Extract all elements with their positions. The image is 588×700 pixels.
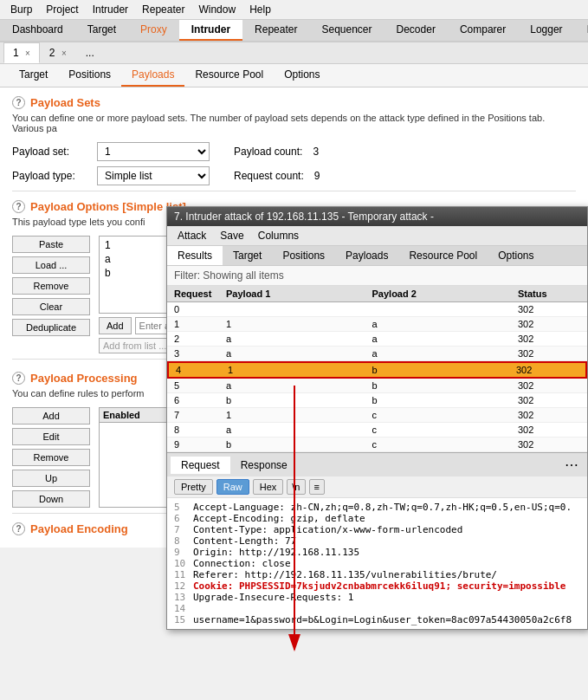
processing-edit-button[interactable]: Edit	[12, 428, 90, 445]
cell-req: 0	[171, 304, 223, 314]
sub-tab-resource-pool[interactable]: Resource Pool	[184, 64, 274, 87]
table-row[interactable]: 9 b c 302	[167, 438, 587, 452]
tab-repeater[interactable]: Repeater	[242, 20, 309, 41]
attack-tab-target[interactable]: Target	[223, 246, 272, 265]
remove-button[interactable]: Remove	[12, 277, 90, 295]
table-row[interactable]: 1 1 a 302	[167, 317, 587, 332]
expand-icon[interactable]: ⋯	[559, 455, 584, 475]
attack-subtabs: Results Target Positions Payloads Resour…	[167, 246, 587, 266]
session-tab-more[interactable]: ...	[76, 42, 104, 63]
table-row[interactable]: 4 1 b 302	[167, 361, 587, 379]
payload-sets-title: Payload Sets	[30, 96, 100, 109]
fmt-wrap[interactable]: ≡	[309, 479, 325, 495]
payload-count-label: Payload count:	[234, 146, 302, 158]
payload-sets-help[interactable]: ?	[12, 96, 25, 109]
processing-buttons: Add Edit Remove Up Down	[12, 407, 90, 508]
processing-add-button[interactable]: Add	[12, 407, 90, 425]
cell-status: 302	[514, 334, 584, 344]
processing-up-button[interactable]: Up	[12, 470, 90, 487]
tool-tab-bar: Dashboard Target Proxy Intruder Repeater…	[0, 20, 588, 42]
tab-logger[interactable]: Logger	[518, 20, 574, 41]
cell-p2	[369, 304, 515, 314]
menu-help[interactable]: Help	[242, 2, 278, 17]
tab-dashboard[interactable]: Dashboard	[0, 20, 75, 41]
cell-p1: 1	[223, 319, 369, 329]
cell-status: 302	[514, 425, 584, 435]
line-number: 9	[174, 547, 190, 548]
sub-tab-target[interactable]: Target	[9, 64, 58, 87]
payload-options-title: Payload Options [Simple list]	[30, 200, 186, 213]
table-row[interactable]: 0 302	[167, 302, 587, 317]
cell-p1: a	[223, 380, 369, 391]
fmt-raw[interactable]: Raw	[216, 479, 249, 495]
close-session-2[interactable]: ×	[61, 49, 67, 58]
cell-p1: b	[223, 395, 369, 405]
line-content: Content-Length: 77	[193, 535, 296, 547]
tab-request[interactable]: Request	[171, 457, 230, 474]
table-row[interactable]: 7 1 c 302	[167, 408, 587, 423]
filter-bar: Filter: Showing all items	[167, 266, 587, 286]
table-row[interactable]: 8 a c 302	[167, 423, 587, 438]
menu-window[interactable]: Window	[191, 2, 242, 17]
menu-project[interactable]: Project	[39, 2, 85, 17]
tab-intruder[interactable]: Intruder	[179, 20, 242, 41]
tab-target[interactable]: Target	[75, 20, 128, 41]
table-row[interactable]: 2 a a 302	[167, 332, 587, 347]
attack-tab-resource-pool[interactable]: Resource Pool	[398, 246, 488, 265]
clear-button[interactable]: Clear	[12, 298, 90, 315]
attack-menu-save[interactable]: Save	[213, 228, 250, 243]
attack-menu-columns[interactable]: Columns	[251, 228, 306, 243]
menu-repeater[interactable]: Repeater	[135, 2, 191, 17]
attack-tab-options[interactable]: Options	[488, 246, 544, 265]
attack-tab-results[interactable]: Results	[167, 246, 223, 265]
tab-proxy[interactable]: Proxy	[128, 20, 179, 41]
cell-status: 302	[514, 380, 584, 391]
cell-p1: a	[223, 425, 369, 435]
close-session-1[interactable]: ×	[25, 49, 30, 58]
line-content: Origin: http://192.168.11.135	[193, 547, 359, 548]
sub-tab-payloads[interactable]: Payloads	[121, 64, 184, 87]
tab-sequencer[interactable]: Sequencer	[309, 20, 384, 41]
payload-processing-help[interactable]: ?	[12, 372, 25, 385]
cell-status: 302	[513, 365, 582, 375]
menu-bar: Burp Project Intruder Repeater Window He…	[0, 0, 588, 20]
session-tab-2[interactable]: 2 ×	[40, 42, 76, 63]
payload-type-select[interactable]: Simple list	[97, 166, 210, 185]
paste-button[interactable]: Paste	[12, 236, 90, 253]
attack-menu-attack[interactable]: Attack	[171, 228, 213, 243]
table-row[interactable]: 5 a b 302	[167, 379, 587, 393]
attack-tab-positions[interactable]: Positions	[272, 246, 335, 265]
attack-tab-payloads[interactable]: Payloads	[335, 246, 398, 265]
tab-decoder[interactable]: Decoder	[384, 20, 448, 41]
processing-down-button[interactable]: Down	[12, 490, 90, 508]
payload-buttons-col: Paste Load ... Remove Clear Deduplicate	[12, 236, 90, 353]
cell-req: 5	[171, 380, 223, 391]
cell-p2: b	[369, 395, 515, 405]
tab-comparer[interactable]: Comparer	[448, 20, 518, 41]
payload-encoding-help[interactable]: ?	[12, 522, 25, 535]
processing-remove-button[interactable]: Remove	[12, 449, 90, 466]
line-content: Content-Type: application/x-www-form-url…	[193, 524, 462, 535]
payload-set-select[interactable]: 1	[97, 142, 210, 161]
deduplicate-button[interactable]: Deduplicate	[12, 319, 90, 336]
menu-burp[interactable]: Burp	[3, 2, 39, 17]
sub-tab-positions[interactable]: Positions	[58, 64, 121, 87]
sub-tab-options[interactable]: Options	[274, 64, 330, 87]
add-button[interactable]: Add	[99, 317, 132, 334]
attack-table-body: 0 3021 1 a 3022 a a 3023 a a 3024 1 b 30…	[167, 302, 587, 452]
tab-response[interactable]: Response	[230, 457, 298, 474]
fmt-newline[interactable]: \n	[287, 479, 305, 495]
fmt-hex[interactable]: Hex	[253, 479, 284, 495]
menu-intruder[interactable]: Intruder	[86, 2, 135, 17]
table-row[interactable]: 6 b b 302	[167, 393, 587, 408]
req-resp-tabs: Request Response	[171, 457, 298, 474]
load-button[interactable]: Load ...	[12, 256, 90, 274]
session-tab-1[interactable]: 1 ×	[3, 42, 40, 63]
cell-p1: b	[223, 439, 369, 450]
cell-p1: 1	[223, 410, 369, 420]
payload-type-label: Payload type:	[12, 170, 90, 182]
fmt-pretty[interactable]: Pretty	[174, 479, 213, 495]
table-row[interactable]: 3 a a 302	[167, 347, 587, 361]
payload-options-help[interactable]: ?	[12, 200, 25, 213]
tab-extra[interactable]: E...	[575, 20, 588, 41]
